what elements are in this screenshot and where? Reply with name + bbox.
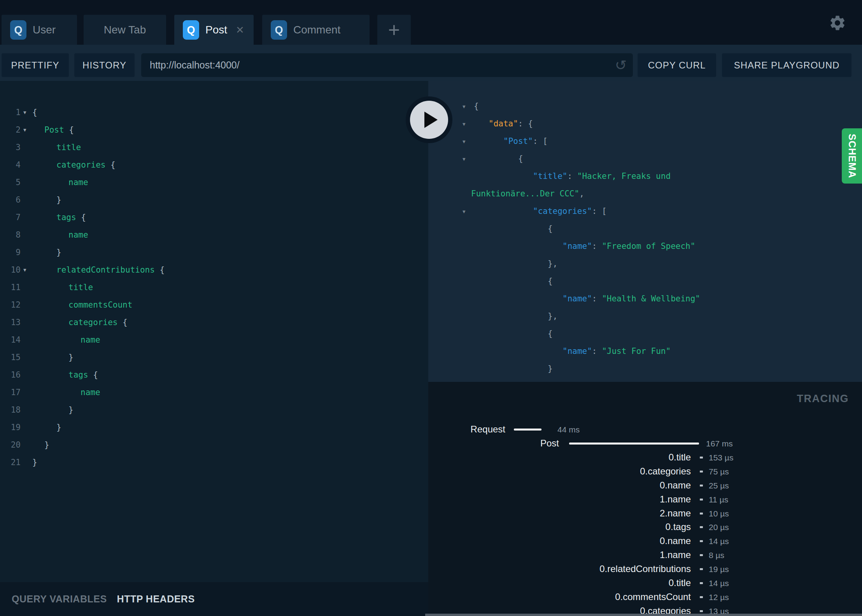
graphql-playground-window: QUserNew TabQPost✕QComment + PRETTIFY HI… (0, 0, 862, 616)
code-token: { (155, 265, 165, 275)
settings-gear-icon[interactable] (829, 14, 846, 32)
code-token: }, (548, 312, 557, 321)
prettify-button[interactable]: PRETTIFY (2, 53, 69, 77)
line-number: 14 (0, 335, 21, 345)
query-code: } (32, 440, 49, 450)
code-token: : (592, 346, 602, 356)
collapse-arrow-icon[interactable]: ▾ (463, 121, 466, 128)
code-token: name (68, 178, 88, 187)
code-token: relatedContributions (56, 265, 155, 275)
collapse-arrow-icon[interactable]: ▾ (463, 103, 466, 110)
trace-duration-tick (700, 526, 703, 528)
code-token: { (548, 329, 553, 338)
editor-line: 16tags { (0, 366, 428, 383)
trace-duration-tick (700, 485, 703, 486)
share-playground-button[interactable]: SHARE PLAYGROUND (722, 53, 851, 77)
tab-comment[interactable]: QComment (262, 15, 370, 45)
code-token: : (592, 242, 602, 251)
execute-button[interactable] (406, 96, 452, 143)
line-number: 4 (0, 160, 21, 170)
code-token: } (548, 364, 553, 373)
query-code: Post { (32, 125, 74, 135)
code-token: "Hacker, Freaks und (577, 172, 671, 181)
editor-line: 18} (0, 401, 428, 418)
line-number: 7 (0, 213, 21, 222)
fold-arrow-icon[interactable]: ▾ (21, 126, 32, 133)
collapse-arrow-icon[interactable]: ▾ (463, 208, 466, 215)
code-token: } (56, 195, 61, 205)
response-code: "categories": [ (533, 203, 862, 220)
code-token: "title" (533, 172, 568, 181)
query-code: categories { (32, 160, 116, 170)
query-code: commentsCount (32, 300, 132, 310)
code-token: tags (56, 213, 76, 222)
fold-arrow-icon[interactable]: ▾ (21, 266, 32, 273)
query-code: tags { (32, 370, 98, 380)
trace-value: 167 ms (706, 438, 733, 450)
code-token: { (518, 154, 523, 163)
editor-line: 1▾{ (0, 103, 428, 121)
line-number: 11 (0, 283, 21, 292)
tab-post[interactable]: QPost✕ (174, 15, 254, 45)
response-line: { (428, 325, 862, 343)
http-headers-tab[interactable]: HTTP HEADERS (117, 593, 195, 605)
query-code: title (32, 143, 81, 152)
fold-arrow-icon[interactable]: ▾ (21, 109, 32, 116)
schema-tab[interactable]: SCHEMA (842, 128, 862, 184)
line-number: 17 (0, 388, 21, 397)
code-token: } (68, 353, 74, 362)
code-token: "categories" (533, 206, 592, 216)
editor-line: 14name (0, 331, 428, 348)
new-tab-button[interactable]: + (377, 15, 411, 45)
query-code: relatedContributions { (32, 265, 165, 275)
response-code: { (474, 98, 862, 115)
query-variables-tab[interactable]: QUERY VARIABLES (12, 593, 107, 605)
code-token: Post (44, 125, 64, 135)
trace-value: 14 µs (709, 536, 729, 547)
history-button[interactable]: HISTORY (74, 53, 135, 77)
response-code: { (548, 273, 862, 290)
code-token: "Just For Fun" (602, 346, 671, 356)
line-number: 5 (0, 178, 21, 187)
response-line: ▾{ (428, 150, 862, 168)
editor-line: 15} (0, 348, 428, 366)
code-token: name (81, 335, 100, 345)
response-line: ▾"categories": [ (428, 203, 862, 220)
tab-new-tab[interactable]: New Tab (84, 15, 166, 45)
collapse-arrow-icon[interactable]: ▾ (463, 156, 466, 163)
tab-label: Post (205, 24, 227, 36)
copy-curl-button[interactable]: COPY CURL (638, 53, 716, 77)
code-token: } (44, 440, 49, 450)
collapse-arrow-icon[interactable]: ▾ (463, 138, 466, 145)
endpoint-url-input[interactable]: http://localhost:4000/ ↺ (141, 53, 633, 77)
trace-value: 44 ms (557, 424, 580, 436)
tracing-title: TRACING (797, 393, 849, 405)
trace-label: Request (471, 424, 505, 435)
code-token: { (32, 108, 37, 117)
tab-user[interactable]: QUser (2, 15, 77, 45)
response-line: }, (428, 255, 862, 273)
code-token: title (68, 283, 93, 292)
horizontal-scrollbar[interactable] (425, 614, 862, 616)
response-code: ] (533, 378, 862, 382)
trace-label: 0.title (669, 452, 691, 463)
response-code: { (518, 150, 862, 168)
query-editor[interactable]: 1▾{2▾Post {3title4categories {5name6}7ta… (0, 81, 428, 582)
trace-label: 0.commentsCount (615, 591, 691, 603)
endpoint-url-text: http://localhost:4000/ (150, 60, 615, 71)
trace-duration-tick (700, 540, 703, 542)
code-token: Funktionäre...Der CCC" (471, 189, 579, 198)
execute-button-circle (410, 101, 448, 139)
line-number: 13 (0, 318, 21, 327)
line-number: 8 (0, 230, 21, 240)
trace-label: 2.name (660, 508, 691, 519)
close-tab-icon[interactable]: ✕ (236, 24, 244, 36)
code-token: categories (68, 318, 117, 327)
code-token: { (64, 125, 74, 135)
query-code: name (32, 335, 100, 345)
line-number: 21 (0, 458, 21, 467)
line-number: 3 (0, 143, 21, 152)
code-token: categories (56, 160, 105, 170)
trace-duration-bar (514, 429, 541, 430)
trace-duration-tick (700, 596, 703, 598)
